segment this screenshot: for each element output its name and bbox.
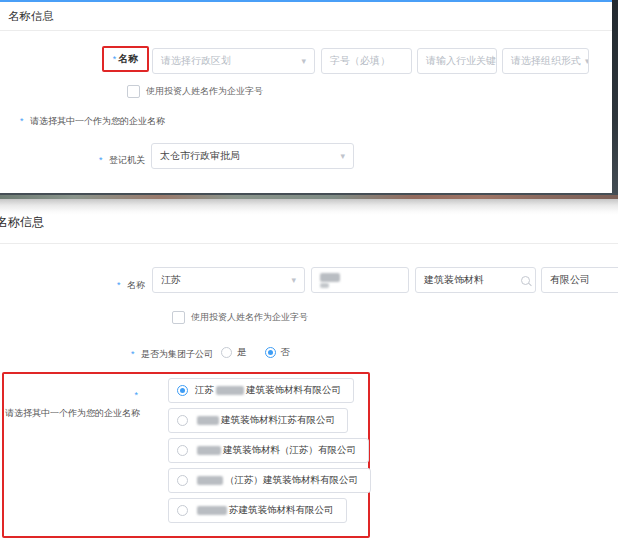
required-asterisk: * xyxy=(134,390,138,400)
group-subsidiary-label: 是否为集团子公司 xyxy=(141,349,213,359)
industry-input-value: 建筑装饰材料 xyxy=(424,273,484,287)
required-asterisk: * xyxy=(131,349,135,359)
choose-name-label-row: * 请选择其中一个作为您的企业名称 xyxy=(20,110,165,128)
radio-yes-label: 是 xyxy=(237,346,247,359)
name-info-panel-top: 名称信息 * 名称 请选择行政区划 ▾ 字号（必填） 请输入行业关键字 请选择组… xyxy=(0,0,612,193)
use-investor-name-row: 使用投资人姓名作为企业字号 xyxy=(172,311,308,324)
search-icon xyxy=(521,276,530,285)
company-name-option-1[interactable]: 江苏建筑装饰材料有限公司 xyxy=(168,378,354,403)
industry-keyword-input[interactable]: 建筑装饰材料 xyxy=(415,267,536,293)
chevron-down-icon: ▾ xyxy=(581,57,589,66)
redacted-text xyxy=(216,386,244,395)
name-field-label: 名称 xyxy=(118,52,138,66)
panel-header: 名称信息 xyxy=(0,2,612,31)
org-form-select[interactable]: 请选择组织形式 ▾ xyxy=(502,48,589,74)
region-select[interactable]: 请选择行政区划 ▾ xyxy=(152,48,315,74)
option-text: 建筑装饰材料（江苏）有限公司 xyxy=(195,444,356,457)
registry-label: 登记机关 xyxy=(109,155,145,165)
org-form-select[interactable]: 有限公司 xyxy=(541,267,618,293)
required-asterisk: * xyxy=(20,116,24,126)
radio-no-label: 否 xyxy=(281,346,291,359)
name-label-row: * 名称 xyxy=(0,274,145,292)
redacted-text xyxy=(197,446,221,455)
company-name-option-2[interactable]: 建筑装饰材料江苏有限公司 xyxy=(168,408,348,433)
chevron-down-icon: ▾ xyxy=(336,152,345,161)
registry-label-row: * 登记机关 xyxy=(0,149,145,167)
redacted-text xyxy=(197,506,227,515)
radio-selected-icon[interactable] xyxy=(177,385,188,396)
company-name-option-3[interactable]: 建筑装饰材料（江苏）有限公司 xyxy=(168,438,369,463)
panel-title: 名称信息 xyxy=(0,214,44,231)
use-investor-name-checkbox[interactable] xyxy=(127,85,140,98)
option-text: （江苏）建筑装饰材料有限公司 xyxy=(195,474,358,487)
trade-name-input[interactable] xyxy=(311,267,409,293)
choose-name-label: 请选择其中一个作为您的企业名称 xyxy=(30,116,165,126)
required-asterisk: * xyxy=(113,54,117,64)
chevron-down-icon: ▾ xyxy=(297,57,306,66)
company-name-option-4[interactable]: （江苏）建筑装饰材料有限公司 xyxy=(168,468,371,493)
company-name-option-5[interactable]: 苏建筑装饰材料有限公司 xyxy=(168,498,347,523)
region-select[interactable]: 江苏 ▾ xyxy=(152,267,305,293)
choose-name-label-row: * 请选择其中一个作为您的企业名称 xyxy=(0,384,140,420)
use-investor-name-label: 使用投资人姓名作为企业字号 xyxy=(191,311,308,324)
org-form-placeholder: 请选择组织形式 xyxy=(511,54,581,68)
industry-placeholder: 请输入行业关键字 xyxy=(426,54,497,68)
required-asterisk: * xyxy=(99,155,103,165)
radio-icon[interactable] xyxy=(177,475,188,486)
region-select-value: 江苏 xyxy=(161,273,181,287)
option-text: 苏建筑装饰材料有限公司 xyxy=(195,504,334,517)
use-investor-name-label: 使用投资人姓名作为企业字号 xyxy=(146,85,263,98)
option-text: 建筑装饰材料江苏有限公司 xyxy=(195,414,335,427)
redacted-trade-name xyxy=(320,273,340,288)
name-label-highlight-box: * 名称 xyxy=(102,46,149,72)
trade-name-input[interactable]: 字号（必填） xyxy=(321,48,412,74)
redacted-text xyxy=(197,476,223,485)
region-select-placeholder: 请选择行政区划 xyxy=(161,54,231,68)
registry-select[interactable]: 太仓市行政审批局 ▾ xyxy=(151,143,354,169)
radio-icon[interactable] xyxy=(177,415,188,426)
radio-no[interactable] xyxy=(265,347,276,358)
header-divider xyxy=(0,243,618,244)
panel-title: 名称信息 xyxy=(0,10,54,22)
use-investor-name-checkbox[interactable] xyxy=(172,311,185,324)
registry-select-value: 太仓市行政审批局 xyxy=(160,149,240,163)
org-form-select-value: 有限公司 xyxy=(550,273,590,287)
name-field-label: 名称 xyxy=(127,280,145,290)
name-info-panel-bottom: 名称信息 * 名称 江苏 ▾ 建筑装饰材料 有限公司 使用投资人姓名作为企业字号… xyxy=(0,199,618,543)
group-subsidiary-label-row: * 是否为集团子公司 xyxy=(0,343,213,361)
required-asterisk: * xyxy=(117,280,121,290)
chevron-down-icon: ▾ xyxy=(287,276,296,285)
redacted-text xyxy=(197,416,219,425)
industry-keyword-input[interactable]: 请输入行业关键字 xyxy=(417,48,497,74)
group-subsidiary-row: * 是否为集团子公司 是 否 xyxy=(0,343,400,361)
option-text: 江苏建筑装饰材料有限公司 xyxy=(195,384,341,397)
choose-name-label: 请选择其中一个作为您的企业名称 xyxy=(5,408,140,418)
trade-name-placeholder: 字号（必填） xyxy=(330,54,390,68)
use-investor-name-row: 使用投资人姓名作为企业字号 xyxy=(127,85,263,98)
radio-yes[interactable] xyxy=(221,347,232,358)
radio-icon[interactable] xyxy=(177,505,188,516)
radio-icon[interactable] xyxy=(177,445,188,456)
screenshot-root: 名称信息 * 名称 请选择行政区划 ▾ 字号（必填） 请输入行业关键字 请选择组… xyxy=(0,0,618,543)
